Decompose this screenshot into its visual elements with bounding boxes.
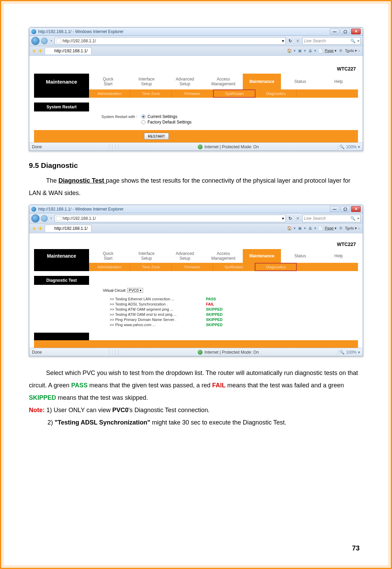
chevrons-icon[interactable]: » (358, 49, 360, 53)
tab-advanced-setup[interactable]: AdvancedSetup (166, 249, 204, 263)
subtab-administration[interactable]: Administration (89, 263, 130, 271)
tab-interface-setup[interactable]: InterfaceSetup (128, 249, 166, 263)
restart-button[interactable]: RESTART (144, 133, 169, 140)
tab-quick-start[interactable]: QuickStart (89, 74, 128, 89)
tab-help[interactable]: Help (319, 249, 358, 263)
dropdown-icon[interactable]: ▾ (294, 226, 296, 230)
status-bar: Done Internet | Protected Mode: On 🔍 100… (29, 348, 363, 356)
subtab-diagnostics[interactable]: Diagnostics (255, 89, 297, 98)
tab-status[interactable]: Status (281, 74, 320, 89)
dropdown-icon[interactable]: ▾ (294, 49, 296, 53)
tools-menu[interactable]: TToolsools ▾ (345, 49, 357, 53)
browser-tab[interactable]: http://192.168.1.1/ (45, 225, 91, 232)
maximize-button[interactable]: ▢ (340, 206, 350, 212)
address-url: http://192.168.1.1/ (63, 39, 281, 43)
tools-menu[interactable]: Tools ▾ (345, 226, 357, 230)
magnifier-icon: 🔍 (339, 350, 345, 355)
note-line-1: Note: 1) User ONLY can view PVC0's Diagn… (29, 404, 363, 416)
minimize-button[interactable]: — (330, 29, 339, 34)
tab-quick-start[interactable]: QuickStart (89, 249, 128, 263)
forward-button[interactable] (41, 37, 48, 44)
page-icon (56, 39, 61, 43)
address-dropdown-icon[interactable]: ▾ (282, 216, 284, 221)
favorites-star-icon[interactable]: ★ (32, 48, 36, 54)
paragraph-explain: Select which PVC you wish to test from t… (29, 367, 363, 404)
dropdown-icon[interactable]: ▾ (314, 226, 316, 230)
add-favorite-icon[interactable]: ✚ (39, 226, 43, 231)
stop-icon[interactable]: ✕ (295, 39, 301, 43)
stop-icon[interactable]: ✕ (295, 216, 301, 221)
page-menu-icon: 📄 (318, 49, 323, 53)
feeds-icon[interactable]: ▣ (297, 226, 303, 231)
refresh-icon[interactable]: ↻ (287, 39, 293, 43)
zoom-control[interactable]: 🔍 100% ▾ (339, 350, 360, 355)
search-dropdown-icon[interactable]: ▾ (357, 216, 359, 221)
subtab-firmware[interactable]: Firmware (172, 89, 213, 98)
subtab-administration[interactable]: Administration (89, 89, 130, 98)
address-bar[interactable]: http://192.168.1.1/ ▾ (55, 37, 286, 45)
radio-factory-default[interactable] (141, 120, 145, 124)
section-label: System Restart (34, 103, 89, 111)
back-button[interactable] (31, 214, 40, 223)
favorites-star-icon[interactable]: ★ (32, 226, 36, 231)
subtab-firmware[interactable]: Firmware (172, 263, 213, 271)
note-line-2: 2) "Testing ADSL Synchronization" might … (29, 416, 363, 429)
home-icon[interactable]: 🏠 (287, 49, 292, 53)
address-bar[interactable]: http://192.168.1.1/ ▾ (55, 215, 286, 222)
history-dropdown-icon[interactable]: ▾ (49, 217, 53, 220)
home-icon[interactable]: 🏠 (287, 226, 292, 231)
subtab-diagnostics[interactable]: Diagnostics (255, 263, 297, 271)
search-dropdown-icon[interactable]: ▾ (357, 39, 359, 43)
search-placeholder: Live Search (304, 216, 326, 221)
forward-button[interactable] (41, 215, 48, 222)
tab-maintenance[interactable]: Maintenance (243, 249, 281, 263)
minimize-button[interactable]: — (330, 206, 339, 212)
test-result: SKIPPED (206, 323, 222, 327)
dropdown-icon[interactable]: ▾ (304, 49, 306, 53)
command-bar: 🏠▾ ▣▾ 🖶▾ 📄 Page ▾ ⚙ Tools ▾ » (287, 226, 360, 231)
search-icon[interactable]: 🔍 (350, 39, 356, 43)
add-favorite-icon[interactable]: ✚ (39, 48, 43, 54)
chevrons-icon[interactable]: » (358, 227, 360, 230)
close-button[interactable]: ✕ (351, 206, 361, 212)
print-icon[interactable]: 🖶 (307, 49, 313, 53)
page-menu[interactable]: Page ▾ (325, 226, 337, 230)
tab-status[interactable]: Status (281, 249, 320, 263)
zoom-control[interactable]: 🔍 100% ▾ (339, 144, 360, 149)
diag-body: Virtual Circuit: PVC0 ▾ >> Testing Ether… (34, 285, 358, 333)
close-button[interactable]: ✕ (351, 29, 361, 34)
diag-test-row: >> Testing Ethernet LAN connection ...PA… (110, 297, 358, 301)
subtab-sysrestart[interactable]: SysRestart (213, 89, 255, 98)
print-icon[interactable]: 🖶 (307, 226, 313, 231)
tab-interface-setup[interactable]: InterfaceSetup (128, 74, 166, 89)
tab-advanced-setup[interactable]: AdvancedSetup (166, 74, 204, 89)
browser-tab[interactable]: http://192.168.1.1/ (45, 47, 91, 54)
tab-access-management[interactable]: AccessManagement (204, 249, 243, 263)
search-box[interactable]: Live Search 🔍 ▾ (302, 215, 361, 222)
vc-label: Virtual Circuit: (103, 288, 126, 292)
dropdown-icon[interactable]: ▾ (304, 226, 306, 230)
history-dropdown-icon[interactable]: ▾ (49, 39, 53, 42)
vc-select[interactable]: PVC0 ▾ (127, 288, 143, 293)
back-button[interactable] (31, 37, 40, 45)
model-label: WTC227 (34, 237, 358, 249)
radio-current-settings[interactable] (141, 115, 145, 119)
search-icon[interactable]: 🔍 (350, 216, 356, 221)
tab-help[interactable]: Help (319, 74, 358, 89)
subtab-empty (297, 89, 358, 98)
dropdown-icon[interactable]: ▾ (314, 49, 316, 53)
search-box[interactable]: Live Search 🔍 ▾ (302, 37, 361, 45)
nav-section-label: Maintenance (34, 74, 89, 89)
subtab-sysrestart[interactable]: SysRestart (213, 263, 254, 271)
subtab-timezone[interactable]: Time Zone (130, 89, 172, 98)
refresh-icon[interactable]: ↻ (287, 216, 293, 221)
tab-maintenance[interactable]: Maintenance (243, 74, 281, 89)
ie-window-diagnostics: http://192.168.1.1/ - Windows Internet E… (29, 205, 363, 356)
maximize-button[interactable]: ▢ (340, 29, 350, 34)
address-dropdown-icon[interactable]: ▾ (282, 39, 284, 43)
page-menu[interactable]: Page ▾ (325, 49, 337, 53)
subtab-timezone[interactable]: Time Zone (130, 263, 172, 271)
feeds-icon[interactable]: ▣ (297, 49, 303, 53)
tab-access-management[interactable]: AccessManagement (204, 74, 243, 89)
router-page-diagnostics: WTC227 Maintenance QuickStart InterfaceS… (29, 233, 363, 348)
